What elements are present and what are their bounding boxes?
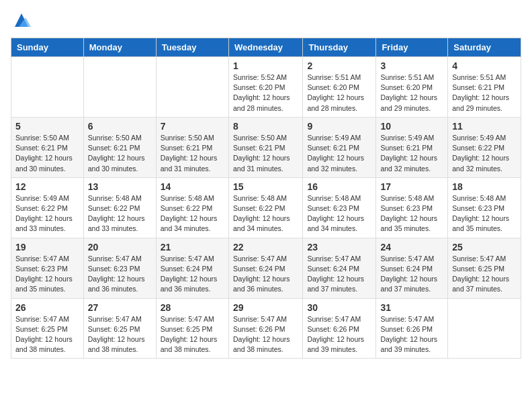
calendar-week-row: 5Sunrise: 5:50 AM Sunset: 6:21 PM Daylig…: [11, 117, 521, 177]
day-info: Sunrise: 5:47 AM Sunset: 6:26 PM Dayligh…: [380, 314, 443, 355]
day-header-friday: Friday: [376, 38, 448, 57]
day-info: Sunrise: 5:47 AM Sunset: 6:25 PM Dayligh…: [452, 254, 517, 295]
day-info: Sunrise: 5:47 AM Sunset: 6:25 PM Dayligh…: [161, 314, 224, 355]
day-info: Sunrise: 5:48 AM Sunset: 6:23 PM Dayligh…: [380, 193, 443, 234]
day-info: Sunrise: 5:49 AM Sunset: 6:21 PM Dayligh…: [380, 133, 443, 174]
calendar-cell: 17Sunrise: 5:48 AM Sunset: 6:23 PM Dayli…: [376, 177, 448, 238]
day-number: 22: [233, 242, 298, 253]
day-number: 20: [88, 242, 152, 253]
calendar-cell: 25Sunrise: 5:47 AM Sunset: 6:25 PM Dayli…: [448, 238, 521, 298]
calendar-cell: 29Sunrise: 5:47 AM Sunset: 6:26 PM Dayli…: [228, 298, 302, 359]
day-info: Sunrise: 5:52 AM Sunset: 6:20 PM Dayligh…: [233, 73, 298, 113]
day-header-tuesday: Tuesday: [156, 38, 228, 57]
calendar-cell: [156, 57, 228, 118]
calendar-cell: 27Sunrise: 5:47 AM Sunset: 6:25 PM Dayli…: [83, 298, 156, 359]
day-number: 29: [233, 302, 298, 313]
day-number: 6: [88, 121, 152, 132]
day-info: Sunrise: 5:47 AM Sunset: 6:24 PM Dayligh…: [233, 254, 298, 295]
day-number: 14: [161, 181, 224, 192]
day-number: 26: [15, 302, 79, 313]
calendar-week-row: 12Sunrise: 5:49 AM Sunset: 6:22 PM Dayli…: [11, 177, 521, 238]
logo-icon: [12, 11, 31, 30]
day-info: Sunrise: 5:47 AM Sunset: 6:26 PM Dayligh…: [307, 314, 371, 355]
calendar-cell: 23Sunrise: 5:47 AM Sunset: 6:24 PM Dayli…: [303, 238, 376, 298]
page-header: [11, 11, 521, 30]
calendar-cell: [448, 298, 521, 359]
day-info: Sunrise: 5:48 AM Sunset: 6:23 PM Dayligh…: [307, 193, 371, 234]
calendar-cell: 6Sunrise: 5:50 AM Sunset: 6:21 PM Daylig…: [83, 117, 156, 177]
calendar-cell: 15Sunrise: 5:48 AM Sunset: 6:22 PM Dayli…: [228, 177, 302, 238]
day-number: 8: [233, 121, 298, 132]
day-info: Sunrise: 5:47 AM Sunset: 6:25 PM Dayligh…: [15, 314, 79, 355]
day-number: 31: [380, 302, 443, 313]
day-info: Sunrise: 5:51 AM Sunset: 6:20 PM Dayligh…: [380, 73, 443, 113]
day-header-thursday: Thursday: [303, 38, 376, 57]
day-info: Sunrise: 5:47 AM Sunset: 6:23 PM Dayligh…: [88, 254, 152, 295]
day-number: 15: [233, 181, 298, 192]
day-number: 23: [307, 242, 371, 253]
calendar-cell: 24Sunrise: 5:47 AM Sunset: 6:24 PM Dayli…: [376, 238, 448, 298]
calendar-cell: 30Sunrise: 5:47 AM Sunset: 6:26 PM Dayli…: [303, 298, 376, 359]
day-info: Sunrise: 5:48 AM Sunset: 6:23 PM Dayligh…: [452, 193, 517, 234]
calendar-cell: 12Sunrise: 5:49 AM Sunset: 6:22 PM Dayli…: [11, 177, 84, 238]
calendar-cell: 4Sunrise: 5:51 AM Sunset: 6:21 PM Daylig…: [448, 57, 521, 118]
calendar-week-row: 26Sunrise: 5:47 AM Sunset: 6:25 PM Dayli…: [11, 298, 521, 359]
calendar-week-row: 19Sunrise: 5:47 AM Sunset: 6:23 PM Dayli…: [11, 238, 521, 298]
calendar-cell: 8Sunrise: 5:50 AM Sunset: 6:21 PM Daylig…: [228, 117, 302, 177]
calendar-cell: 5Sunrise: 5:50 AM Sunset: 6:21 PM Daylig…: [11, 117, 84, 177]
day-number: 19: [15, 242, 79, 253]
calendar-cell: [11, 57, 84, 118]
day-number: 2: [307, 60, 371, 71]
day-number: 9: [307, 121, 371, 132]
calendar-cell: 26Sunrise: 5:47 AM Sunset: 6:25 PM Dayli…: [11, 298, 84, 359]
calendar-header-row: SundayMondayTuesdayWednesdayThursdayFrid…: [11, 38, 521, 57]
day-number: 1: [233, 60, 298, 71]
day-info: Sunrise: 5:49 AM Sunset: 6:22 PM Dayligh…: [15, 193, 79, 234]
day-info: Sunrise: 5:51 AM Sunset: 6:20 PM Dayligh…: [307, 73, 371, 113]
day-number: 16: [307, 181, 371, 192]
day-number: 12: [15, 181, 79, 192]
calendar-cell: 16Sunrise: 5:48 AM Sunset: 6:23 PM Dayli…: [303, 177, 376, 238]
calendar-cell: 7Sunrise: 5:50 AM Sunset: 6:21 PM Daylig…: [156, 117, 228, 177]
day-info: Sunrise: 5:47 AM Sunset: 6:25 PM Dayligh…: [88, 314, 152, 355]
day-number: 17: [380, 181, 443, 192]
calendar-week-row: 1Sunrise: 5:52 AM Sunset: 6:20 PM Daylig…: [11, 57, 521, 118]
day-info: Sunrise: 5:47 AM Sunset: 6:24 PM Dayligh…: [380, 254, 443, 295]
day-header-wednesday: Wednesday: [228, 38, 302, 57]
calendar-table: SundayMondayTuesdayWednesdayThursdayFrid…: [11, 38, 521, 359]
day-info: Sunrise: 5:47 AM Sunset: 6:24 PM Dayligh…: [307, 254, 371, 295]
day-number: 4: [452, 60, 517, 71]
day-number: 13: [88, 181, 152, 192]
calendar-cell: [83, 57, 156, 118]
day-number: 27: [88, 302, 152, 313]
day-info: Sunrise: 5:48 AM Sunset: 6:22 PM Dayligh…: [161, 193, 224, 234]
day-header-monday: Monday: [83, 38, 156, 57]
calendar-cell: 9Sunrise: 5:49 AM Sunset: 6:21 PM Daylig…: [303, 117, 376, 177]
calendar-cell: 14Sunrise: 5:48 AM Sunset: 6:22 PM Dayli…: [156, 177, 228, 238]
day-number: 10: [380, 121, 443, 132]
calendar-cell: 31Sunrise: 5:47 AM Sunset: 6:26 PM Dayli…: [376, 298, 448, 359]
day-info: Sunrise: 5:50 AM Sunset: 6:21 PM Dayligh…: [15, 133, 79, 174]
calendar-cell: 13Sunrise: 5:48 AM Sunset: 6:22 PM Dayli…: [83, 177, 156, 238]
day-number: 3: [380, 60, 443, 71]
day-number: 7: [161, 121, 224, 132]
calendar-cell: 22Sunrise: 5:47 AM Sunset: 6:24 PM Dayli…: [228, 238, 302, 298]
calendar-cell: 18Sunrise: 5:48 AM Sunset: 6:23 PM Dayli…: [448, 177, 521, 238]
calendar-cell: 11Sunrise: 5:49 AM Sunset: 6:22 PM Dayli…: [448, 117, 521, 177]
day-number: 18: [452, 181, 517, 192]
day-info: Sunrise: 5:50 AM Sunset: 6:21 PM Dayligh…: [233, 133, 298, 174]
day-info: Sunrise: 5:50 AM Sunset: 6:21 PM Dayligh…: [88, 133, 152, 174]
day-info: Sunrise: 5:47 AM Sunset: 6:23 PM Dayligh…: [15, 254, 79, 295]
day-number: 28: [161, 302, 224, 313]
day-number: 11: [452, 121, 517, 132]
calendar-cell: 20Sunrise: 5:47 AM Sunset: 6:23 PM Dayli…: [83, 238, 156, 298]
day-info: Sunrise: 5:51 AM Sunset: 6:21 PM Dayligh…: [452, 73, 517, 113]
day-info: Sunrise: 5:48 AM Sunset: 6:22 PM Dayligh…: [233, 193, 298, 234]
day-number: 30: [307, 302, 371, 313]
calendar-cell: 3Sunrise: 5:51 AM Sunset: 6:20 PM Daylig…: [376, 57, 448, 118]
calendar-cell: 21Sunrise: 5:47 AM Sunset: 6:24 PM Dayli…: [156, 238, 228, 298]
day-number: 25: [452, 242, 517, 253]
day-info: Sunrise: 5:48 AM Sunset: 6:22 PM Dayligh…: [88, 193, 152, 234]
day-info: Sunrise: 5:47 AM Sunset: 6:26 PM Dayligh…: [233, 314, 298, 355]
day-info: Sunrise: 5:47 AM Sunset: 6:24 PM Dayligh…: [161, 254, 224, 295]
